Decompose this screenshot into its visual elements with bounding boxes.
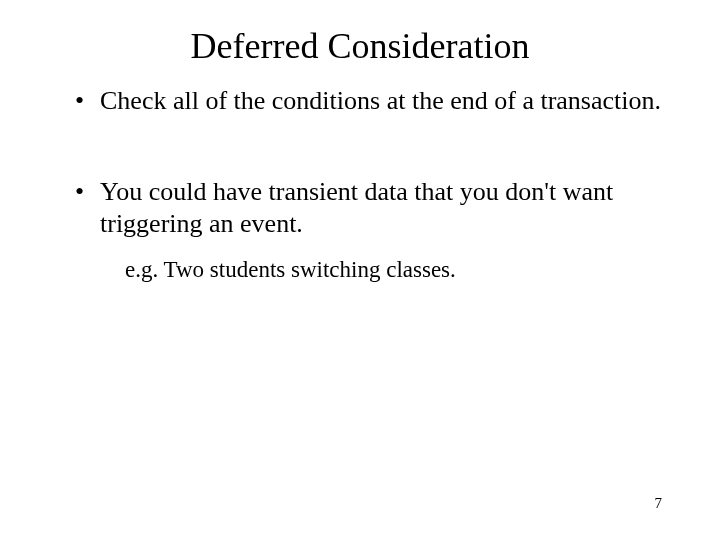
bullet-item-2: You could have transient data that you d… [75, 176, 680, 285]
sub-item-1: e.g. Two students switching classes. [100, 255, 680, 285]
page-number: 7 [655, 495, 663, 512]
slide-title: Deferred Consideration [40, 25, 680, 67]
bullet-item-1: Check all of the conditions at the end o… [75, 85, 680, 118]
bullet-text-1: Check all of the conditions at the end o… [100, 86, 661, 115]
bullet-list: Check all of the conditions at the end o… [40, 85, 680, 284]
bullet-text-2: You could have transient data that you d… [100, 177, 613, 239]
